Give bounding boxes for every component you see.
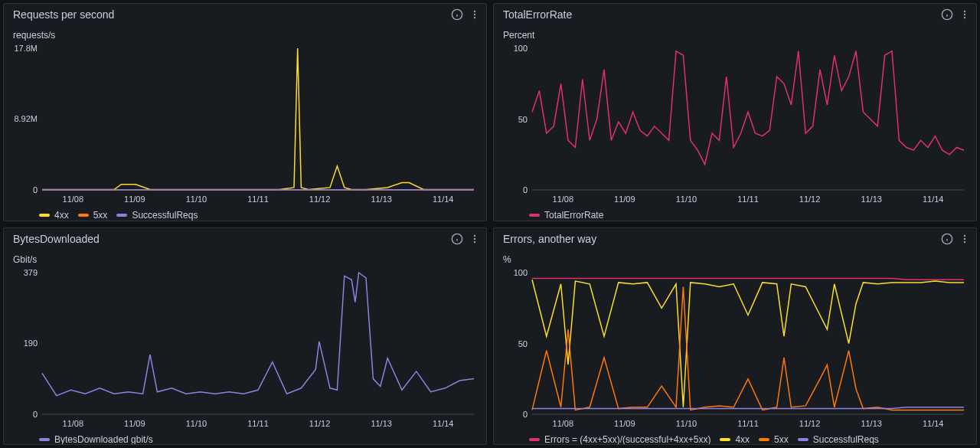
chart-area[interactable]: 08.92M17.8M11/0811/0911/1011/1111/1211/1…: [10, 45, 480, 205]
svg-point-55: [964, 237, 965, 239]
legend-label: SuccessfulReqs: [813, 434, 879, 445]
legend-item[interactable]: 4xx: [39, 210, 69, 221]
chart-area[interactable]: 05010011/0811/0911/1011/1111/1211/1311/1…: [500, 270, 970, 430]
legend-label: 5xx: [93, 210, 108, 221]
panel-errors-another-way: Errors, another way % 05010011/0811/0911…: [493, 227, 977, 446]
panel-header[interactable]: Requests per second: [4, 4, 486, 24]
svg-text:11/13: 11/13: [371, 195, 392, 204]
svg-text:11/09: 11/09: [124, 195, 145, 204]
svg-text:11/14: 11/14: [433, 195, 454, 204]
svg-text:11/11: 11/11: [737, 195, 759, 204]
legend-item[interactable]: 4xx: [720, 434, 750, 445]
legend: TotalErrorRate: [500, 205, 970, 221]
svg-text:0: 0: [33, 410, 38, 419]
svg-text:11/12: 11/12: [309, 195, 331, 204]
legend-label: 4xx: [735, 434, 750, 445]
svg-text:50: 50: [518, 115, 528, 124]
menu-icon[interactable]: [469, 8, 480, 21]
svg-text:8.92M: 8.92M: [14, 114, 38, 123]
svg-text:11/13: 11/13: [371, 419, 392, 428]
svg-point-54: [964, 234, 965, 236]
chart-area[interactable]: 019037911/0811/0911/1011/1111/1211/1311/…: [10, 270, 480, 430]
legend: Errors = (4xx+5xx)/(successful+4xx+5xx)4…: [500, 430, 970, 446]
svg-point-3: [474, 11, 475, 12]
panel-requests-per-second: Requests per second requests/s 08.92M17.…: [3, 3, 487, 221]
legend-item[interactable]: Errors = (4xx+5xx)/(successful+4xx+5xx): [529, 434, 710, 445]
legend-label: BytesDownloaded gbit/s: [54, 434, 153, 445]
y-axis-label: %: [500, 248, 970, 270]
chart-area[interactable]: 05010011/0811/0911/1011/1111/1211/1311/1…: [500, 45, 970, 205]
svg-point-5: [474, 17, 475, 18]
svg-text:11/09: 11/09: [614, 195, 635, 204]
panel-title: Errors, another way: [503, 233, 596, 245]
legend-label: 5xx: [774, 434, 789, 445]
svg-text:11/13: 11/13: [861, 195, 882, 204]
panel-title: BytesDownloaded: [13, 233, 100, 245]
info-icon[interactable]: [451, 233, 463, 245]
panel-header[interactable]: TotalErrorRate: [494, 4, 976, 24]
svg-text:11/14: 11/14: [923, 419, 944, 428]
svg-text:11/14: 11/14: [433, 419, 454, 428]
legend-label: TotalErrorRate: [544, 210, 603, 221]
svg-text:11/11: 11/11: [247, 195, 269, 204]
panel-actions: [941, 233, 970, 245]
dashboard-grid: Requests per second requests/s 08.92M17.…: [0, 0, 980, 448]
svg-text:50: 50: [518, 338, 528, 348]
menu-icon[interactable]: [469, 233, 480, 245]
panel-title: Requests per second: [13, 8, 114, 21]
svg-text:379: 379: [24, 270, 38, 277]
legend-label: Errors = (4xx+5xx)/(successful+4xx+5xx): [544, 434, 710, 445]
svg-text:11/10: 11/10: [676, 419, 697, 428]
svg-text:100: 100: [514, 270, 528, 277]
legend: BytesDownloaded gbit/s: [10, 430, 480, 446]
legend-label: 4xx: [54, 210, 69, 221]
svg-text:11/11: 11/11: [737, 419, 759, 428]
svg-text:11/12: 11/12: [799, 419, 821, 428]
menu-icon[interactable]: [959, 233, 970, 245]
svg-point-38: [474, 237, 475, 239]
svg-text:190: 190: [24, 338, 38, 348]
svg-text:11/10: 11/10: [186, 419, 207, 428]
info-icon[interactable]: [941, 8, 953, 21]
legend-item[interactable]: 5xx: [78, 210, 108, 221]
svg-text:11/11: 11/11: [247, 419, 269, 428]
y-axis-label: Gbit/s: [10, 248, 480, 270]
panel-title: TotalErrorRate: [503, 8, 572, 21]
panel-total-error-rate: TotalErrorRate Percent 05010011/0811/091…: [493, 3, 977, 221]
svg-text:11/12: 11/12: [799, 195, 821, 204]
legend-item[interactable]: BytesDownloaded gbit/s: [39, 434, 153, 445]
svg-text:11/14: 11/14: [923, 195, 944, 204]
svg-point-20: [964, 11, 965, 12]
legend-item[interactable]: TotalErrorRate: [529, 210, 603, 221]
legend: 4xx5xxSuccessfulReqs: [10, 205, 480, 221]
svg-text:11/12: 11/12: [309, 419, 331, 428]
svg-point-56: [964, 240, 965, 242]
svg-point-21: [964, 14, 965, 15]
legend-item[interactable]: SuccessfulReqs: [116, 210, 198, 221]
y-axis-label: requests/s: [10, 24, 480, 45]
svg-text:11/08: 11/08: [553, 195, 574, 204]
legend-label: SuccessfulReqs: [132, 210, 198, 221]
svg-point-22: [964, 17, 965, 18]
svg-point-37: [474, 234, 475, 236]
panel-header[interactable]: BytesDownloaded: [4, 228, 486, 248]
svg-text:11/08: 11/08: [63, 195, 84, 204]
legend-item[interactable]: SuccessfulReqs: [798, 434, 879, 445]
svg-text:0: 0: [523, 410, 528, 419]
svg-text:0: 0: [523, 185, 528, 195]
svg-point-4: [474, 14, 475, 15]
panel-actions: [451, 8, 480, 21]
svg-text:11/08: 11/08: [63, 419, 84, 428]
svg-text:0: 0: [33, 185, 38, 195]
y-axis-label: Percent: [500, 24, 970, 45]
menu-icon[interactable]: [959, 8, 970, 21]
svg-text:11/13: 11/13: [861, 419, 882, 428]
svg-text:100: 100: [514, 45, 528, 53]
panel-actions: [941, 8, 970, 21]
svg-text:11/08: 11/08: [553, 419, 574, 428]
info-icon[interactable]: [941, 233, 953, 245]
legend-item[interactable]: 5xx: [759, 434, 789, 445]
svg-point-39: [474, 240, 475, 242]
info-icon[interactable]: [451, 8, 463, 21]
panel-header[interactable]: Errors, another way: [494, 228, 976, 248]
